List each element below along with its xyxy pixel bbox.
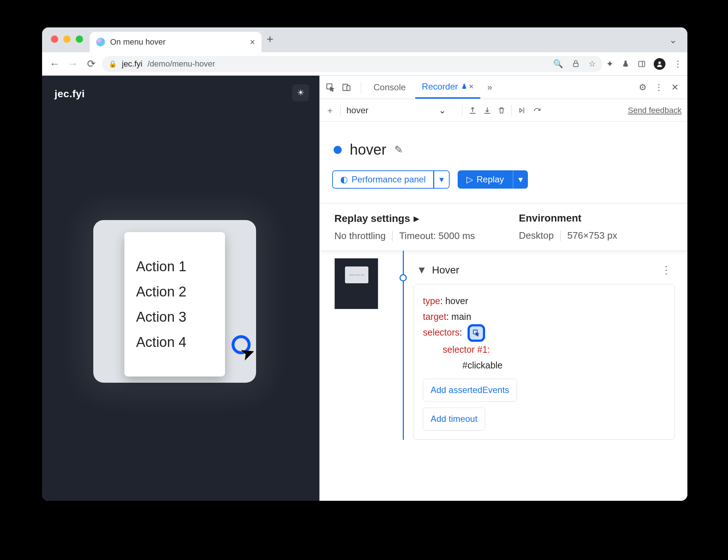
close-window-button[interactable] — [51, 35, 58, 43]
recorder-toolbar: ＋ hover ⌄ — [320, 99, 687, 122]
settings-icon[interactable]: ⚙ — [636, 82, 649, 92]
export-icon[interactable] — [468, 106, 477, 115]
performance-panel-button[interactable]: ◐Performance panel ▾ — [332, 170, 450, 189]
bookmark-icon[interactable]: ☆ — [589, 59, 596, 69]
new-recording-button[interactable]: ＋ — [326, 105, 334, 116]
add-asserted-events-button[interactable]: Add assertedEvents — [423, 379, 517, 402]
back-button[interactable]: ← — [47, 58, 62, 70]
recording-select[interactable]: hover ⌄ — [346, 105, 456, 116]
replay-dropdown[interactable]: ▾ — [513, 170, 528, 189]
url-host: jec.fyi — [122, 59, 142, 69]
import-icon[interactable] — [483, 106, 492, 115]
tab-title: On menu hover — [110, 37, 245, 47]
selector-value[interactable]: #clickable — [462, 357, 665, 373]
timeline-node-icon — [399, 274, 407, 281]
tab-console[interactable]: Console — [367, 76, 412, 99]
more-tabs-button[interactable]: » — [483, 82, 496, 92]
inspect-element-icon[interactable] — [326, 83, 339, 92]
browser-window: On menu hover × + ⌄ ← → ⟳ 🔒 jec.fyi/demo… — [42, 27, 687, 501]
close-devtools-button[interactable]: ✕ — [668, 82, 682, 92]
labs-icon[interactable] — [622, 60, 630, 68]
svg-rect-0 — [574, 63, 578, 67]
recording-indicator-icon — [334, 146, 342, 154]
delete-icon[interactable] — [498, 106, 506, 115]
replay-settings-header[interactable]: Replay settings▸ — [334, 212, 475, 224]
close-tab-button[interactable]: × — [250, 37, 255, 47]
caret-right-icon: ▸ — [414, 212, 419, 224]
prop-key: selector #1 — [443, 344, 487, 355]
add-timeout-button[interactable]: Add timeout — [423, 408, 485, 431]
hover-menu: Action 1 Action 2 Action 3 Action 4 — [124, 232, 225, 377]
recorder-body: hover ✎ ◐Performance panel ▾ ▷Replay ▾ — [320, 122, 687, 501]
browser-tab[interactable]: On menu hover × — [90, 32, 262, 52]
window-controls — [51, 35, 83, 43]
replay-settings-strip: Replay settings▸ No throttling Timeout: … — [320, 203, 687, 251]
share-icon[interactable] — [572, 60, 580, 68]
side-panel-icon[interactable] — [638, 60, 646, 68]
theme-toggle-button[interactable]: ☀ — [292, 84, 309, 101]
step-menu-button[interactable]: ⋮ — [661, 264, 671, 276]
step-over-icon[interactable] — [518, 106, 527, 115]
url-input[interactable]: 🔒 jec.fyi/demo/menu-hover 🔍 ☆ — [102, 56, 603, 72]
device-toolbar-icon[interactable] — [342, 83, 355, 92]
devtools-tabbar: Console Recorder × » ⚙ ⋮ ✕ — [320, 76, 687, 99]
gauge-icon: ◐ — [340, 174, 348, 185]
svg-rect-6 — [347, 86, 350, 90]
menu-item[interactable]: Action 4 — [124, 334, 225, 350]
prop-value[interactable]: hover — [445, 296, 468, 306]
viewport-value: 576×753 px — [567, 230, 618, 241]
menu-item[interactable]: Action 2 — [124, 284, 225, 300]
recording-title: hover — [350, 141, 386, 158]
svg-rect-1 — [639, 61, 645, 67]
favicon-icon — [96, 38, 105, 46]
devtools-menu-button[interactable]: ⋮ — [652, 82, 665, 92]
step-name: Hover — [432, 264, 459, 276]
environment-header: Environment — [519, 212, 617, 224]
prop-key: selectors — [423, 327, 459, 337]
extensions-icon[interactable]: ✦ — [606, 59, 613, 69]
zoom-icon[interactable]: 🔍 — [553, 59, 563, 69]
play-icon: ▷ — [466, 174, 473, 185]
flask-icon — [461, 83, 468, 90]
recording-title-row: hover ✎ — [334, 141, 673, 158]
timeline-rail — [393, 251, 413, 440]
step-header[interactable]: ▼ Hover ⋮ — [413, 256, 675, 284]
step-thumbnail: Hover over me! — [332, 251, 393, 440]
collapse-icon: ▼ — [417, 264, 427, 276]
profile-avatar[interactable] — [654, 58, 665, 70]
throttling-value: No throttling — [334, 230, 386, 242]
devtools-panel: Console Recorder × » ⚙ ⋮ ✕ ＋ hover ⌄ — [319, 76, 687, 501]
tab-recorder[interactable]: Recorder × — [415, 76, 480, 99]
chevron-down-icon: ⌄ — [439, 105, 446, 116]
tab-list-button[interactable]: ⌄ — [669, 34, 677, 46]
minimize-window-button[interactable] — [63, 35, 71, 43]
reload-button[interactable]: ⟳ — [84, 58, 98, 70]
timeout-value: Timeout: 5000 ms — [399, 230, 475, 242]
chrome-menu-button[interactable]: ⋮ — [673, 59, 682, 69]
send-feedback-link[interactable]: Send feedback — [628, 106, 682, 115]
menu-item[interactable]: Action 3 — [124, 309, 225, 325]
prop-key: target — [423, 311, 446, 322]
svg-point-3 — [658, 61, 661, 64]
lock-icon: 🔒 — [109, 60, 117, 68]
device-value: Desktop — [519, 230, 553, 241]
pick-selector-button[interactable] — [468, 324, 485, 342]
continue-icon[interactable] — [533, 106, 543, 115]
prop-key: type — [423, 296, 440, 306]
prop-value[interactable]: main — [451, 311, 471, 322]
edit-title-button[interactable]: ✎ — [394, 144, 403, 156]
menu-item[interactable]: Action 1 — [124, 259, 225, 275]
replay-button[interactable]: ▷Replay ▾ — [458, 170, 528, 189]
webpage: jec.fyi ☀ Hover over me! Action 1 Action… — [42, 76, 319, 501]
window-titlebar: On menu hover × + ⌄ — [42, 27, 687, 52]
url-path: /demo/menu-hover — [147, 59, 215, 69]
forward-button[interactable]: → — [65, 58, 80, 70]
new-tab-button[interactable]: + — [262, 33, 278, 48]
performance-dropdown[interactable]: ▾ — [434, 170, 450, 189]
close-panel-button[interactable]: × — [469, 82, 474, 91]
maximize-window-button[interactable] — [76, 35, 83, 43]
step-details: type: hover target: main selectors: sele… — [413, 284, 675, 440]
site-brand: jec.fyi — [55, 88, 85, 100]
address-bar: ← → ⟳ 🔒 jec.fyi/demo/menu-hover 🔍 ☆ ✦ — [42, 52, 687, 76]
timeline: Hover over me! ▼ Hover ⋮ type: hover — [332, 251, 675, 440]
